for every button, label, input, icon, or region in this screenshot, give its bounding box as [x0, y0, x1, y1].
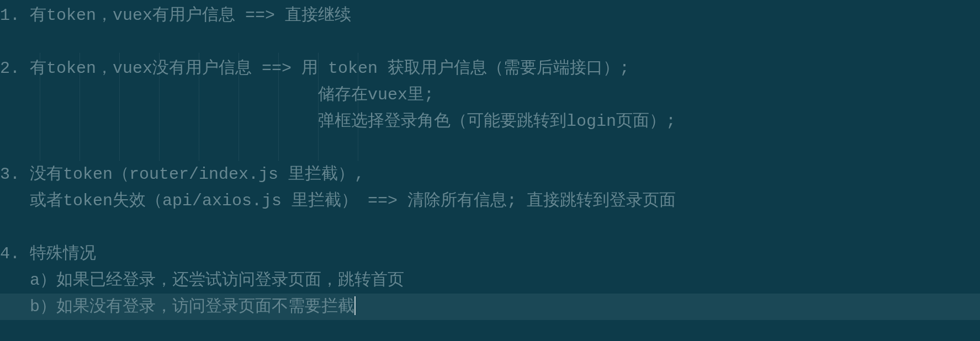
code-line[interactable]: 2. 有token，vuex没有用户信息 ==> 用 token 获取用户信息（… — [0, 55, 980, 82]
code-line[interactable] — [0, 29, 980, 55]
line-text: 4. 特殊情况 — [0, 244, 96, 263]
line-text: b）如果没有登录，访问登录页面不需要拦截 — [0, 297, 354, 316]
line-text: 3. 没有token（router/index.js 里拦截）, — [0, 165, 364, 184]
text-cursor — [354, 296, 356, 315]
code-line[interactable]: 1. 有token，vuex有用户信息 ==> 直接继续 — [0, 2, 980, 29]
line-text: 弹框选择登录角色（可能要跳转到login页面）; — [0, 112, 676, 131]
code-line[interactable]: 或者token失效（api/axios.js 里拦截） ==> 清除所有信息; … — [0, 188, 980, 214]
line-text: a）如果已经登录，还尝试访问登录页面，跳转首页 — [0, 271, 404, 290]
code-line[interactable] — [0, 135, 980, 161]
code-line[interactable]: a）如果已经登录，还尝试访问登录页面，跳转首页 — [0, 267, 980, 294]
code-line[interactable] — [0, 214, 980, 241]
line-text: 2. 有token，vuex没有用户信息 ==> 用 token 获取用户信息（… — [0, 59, 629, 78]
code-line[interactable]: b）如果没有登录，访问登录页面不需要拦截 — [0, 294, 980, 320]
code-line[interactable]: 4. 特殊情况 — [0, 241, 980, 267]
line-text: 1. 有token，vuex有用户信息 ==> 直接继续 — [0, 6, 351, 25]
code-line[interactable]: 储存在vuex里; — [0, 82, 980, 108]
line-text: 储存在vuex里; — [0, 86, 434, 104]
code-line[interactable]: 弹框选择登录角色（可能要跳转到login页面）; — [0, 108, 980, 135]
code-lines: 1. 有token，vuex有用户信息 ==> 直接继续2. 有token，vu… — [0, 2, 980, 320]
code-line[interactable]: 3. 没有token（router/index.js 里拦截）, — [0, 161, 980, 188]
code-editor[interactable]: 1. 有token，vuex有用户信息 ==> 直接继续2. 有token，vu… — [0, 0, 980, 320]
line-text: 或者token失效（api/axios.js 里拦截） ==> 清除所有信息; … — [0, 191, 676, 210]
